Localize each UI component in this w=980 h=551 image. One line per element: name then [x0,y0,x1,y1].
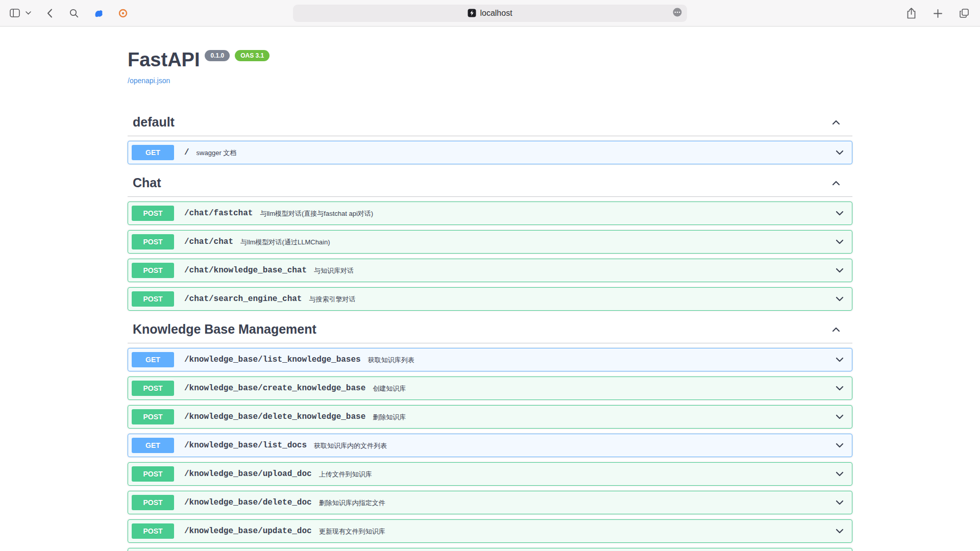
operation-expand-button[interactable] [835,294,847,304]
extension-button-blue[interactable] [92,7,105,20]
browser-toolbar: localhost [0,0,980,27]
operation-row[interactable]: POST /knowledge_base/delete_knowledge_ba… [128,405,852,429]
chevron-up-icon [831,117,841,128]
operation-row[interactable]: POST /chat/chat 与llm模型对话(通过LLMChain) [128,230,852,254]
url-text: localhost [480,9,512,18]
operation-expand-button[interactable] [835,237,847,247]
operation-summary[interactable]: POST /chat/chat 与llm模型对话(通过LLMChain) [128,231,852,253]
section-title: default [133,115,175,130]
address-bar[interactable]: localhost [293,5,687,22]
back-chevron-icon [47,9,53,18]
operation-list: GET /knowledge_base/list_knowledge_bases… [128,348,852,551]
operation-path: /chat/fastchat [179,209,258,218]
section-header[interactable]: Chat [128,169,852,197]
share-icon [906,8,916,19]
method-badge: GET [132,352,174,367]
section-header[interactable]: default [128,109,852,136]
page-menu-button[interactable] [672,7,682,19]
operation-description: swagger 文档 [197,148,237,158]
chevron-down-icon [835,208,845,218]
operation-row[interactable]: POST /knowledge_base/create_knowledge_ba… [128,377,852,400]
operation-summary[interactable]: POST /knowledge_base/upload_doc 上传文件到知识库 [128,463,852,485]
operation-summary[interactable]: POST /chat/knowledge_base_chat 与知识库对话 [128,259,852,282]
page-title: FastAPI 0.1.0 OAS 3.1 [128,49,852,71]
operation-description: 创建知识库 [373,384,406,393]
operation-description: 更新现有文件到知识库 [319,527,385,536]
operation-expand-button[interactable] [835,383,847,393]
operation-row[interactable]: GET / swagger 文档 [128,141,852,164]
sidebar-menu-button[interactable] [24,7,32,20]
operation-row[interactable]: POST /knowledge_base/update_doc 更新现有文件到知… [128,519,852,543]
operation-path: /knowledge_base/delete_knowledge_base [179,412,371,421]
operation-list: POST /chat/fastchat 与llm模型对话(直接与fastchat… [128,202,852,311]
share-button[interactable] [904,7,918,20]
operation-description: 获取知识库列表 [368,356,414,365]
operation-summary[interactable]: POST /knowledge_base/delete_doc 删除知识库内指定… [128,491,852,514]
operation-row[interactable]: POST /knowledge_base/delete_doc 删除知识库内指定… [128,491,852,514]
operation-summary[interactable]: GET / swagger 文档 [128,141,852,164]
openapi-spec-link[interactable]: /openapi.json [128,77,170,85]
operation-row[interactable]: GET /knowledge_base/list_knowledge_bases… [128,348,852,371]
operation-description: 与搜索引擎对话 [309,295,355,304]
operation-summary[interactable]: POST /knowledge_base/create_knowledge_ba… [128,377,852,399]
operation-row[interactable]: POST /chat/knowledge_base_chat 与知识库对话 [128,259,852,282]
method-badge: POST [132,381,174,396]
operation-summary[interactable]: GET /knowledge_base/list_docs 获取知识库内的文件列… [128,434,852,457]
operation-summary[interactable]: POST /knowledge_base/delete_knowledge_ba… [128,406,852,428]
method-badge: POST [132,234,174,249]
operation-summary[interactable]: GET /knowledge_base/list_knowledge_bases… [128,348,852,371]
search-button[interactable] [67,7,81,20]
tab-overview-button[interactable] [958,7,971,20]
operation-row[interactable]: POST /chat/search_engine_chat 与搜索引擎对话 [128,287,852,311]
operation-row[interactable]: POST /chat/fastchat 与llm模型对话(直接与fastchat… [128,202,852,225]
extension-button-orange[interactable] [116,7,130,20]
operation-description: 删除知识库 [373,413,406,422]
operation-expand-button[interactable] [835,412,847,422]
plus-icon [934,9,942,18]
method-badge: POST [132,466,174,482]
orange-extension-icon [118,9,128,18]
section-collapse-button[interactable] [831,117,847,128]
operation-path: /knowledge_base/list_docs [179,441,312,450]
section-collapse-button[interactable] [831,178,847,188]
operation-path: /chat/chat [179,237,238,246]
chevron-down-icon [835,237,845,247]
section-header[interactable]: Knowledge Base Management [128,316,852,343]
operation-expand-button[interactable] [835,147,847,158]
operation-expand-button[interactable] [835,355,847,365]
operation-description: 上传文件到知识库 [319,470,372,479]
operation-expand-button[interactable] [835,265,847,276]
operation-summary[interactable]: POST /chat/fastchat 与llm模型对话(直接与fastchat… [128,202,852,224]
chevron-down-icon [835,412,845,422]
sidebar-icon [10,9,20,17]
chevron-down-icon [26,11,31,15]
api-title-text: FastAPI [128,49,200,71]
operation-expand-button[interactable] [835,440,847,450]
operation-row[interactable]: GET /knowledge_base/list_docs 获取知识库内的文件列… [128,434,852,457]
operation-row[interactable]: POST /knowledge_base/upload_doc 上传文件到知识库 [128,462,852,486]
operation-path: / [179,148,194,157]
operation-row[interactable]: POST /knowledge_base/recreate_vector_sto… [128,548,852,551]
sidebar-toggle-button[interactable] [8,7,21,20]
operation-summary[interactable]: POST /knowledge_base/update_doc 更新现有文件到知… [128,520,852,542]
chevron-down-icon [835,294,845,304]
operation-expand-button[interactable] [835,526,847,536]
operation-expand-button[interactable] [835,469,847,479]
new-tab-button[interactable] [931,7,944,20]
back-button[interactable] [43,7,56,20]
api-info: FastAPI 0.1.0 OAS 3.1 /openapi.json [128,27,852,85]
method-badge: POST [132,206,174,221]
section-title: Knowledge Base Management [133,322,316,337]
method-badge: POST [132,409,174,424]
operation-path: /knowledge_base/create_knowledge_base [179,384,371,393]
chevron-down-icon [835,355,845,365]
chevron-down-icon [835,147,845,158]
section-title: Chat [133,176,161,190]
section-collapse-button[interactable] [831,324,847,335]
operation-summary[interactable]: POST /chat/search_engine_chat 与搜索引擎对话 [128,288,852,310]
method-badge: POST [132,263,174,278]
operation-expand-button[interactable] [835,497,847,508]
chevron-up-icon [831,324,841,335]
operation-expand-button[interactable] [835,208,847,218]
operation-summary[interactable]: POST /knowledge_base/recreate_vector_sto… [128,548,852,551]
